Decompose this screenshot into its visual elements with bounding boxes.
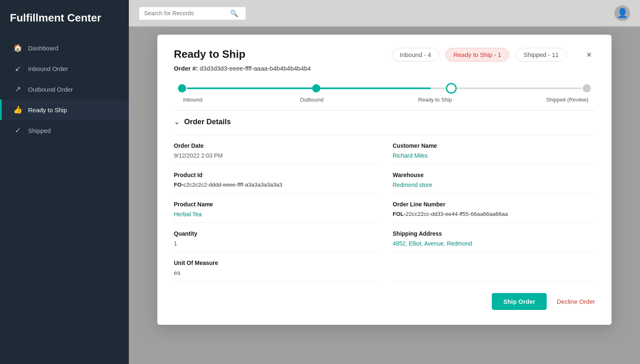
sidebar-label-outbound-order: Outbound Order [28,86,73,93]
sidebar-label-inbound-order: Inbound Order [28,65,68,72]
order-line-label: Order Line Number [393,201,595,208]
order-value: d3d3d3d3-eeee-ffff-aaaa-b4b4b4b4b4b4 [200,65,311,72]
order-date-block: Order Date 9/12/2022 2:03 PM [174,135,376,164]
product-name-block: Product Name Herbal Tea [174,194,376,223]
home-icon: 🏠 [13,43,22,52]
progress-step-inbound [178,84,186,92]
product-name-value: Herbal Tea [174,211,376,217]
sidebar-item-shipped[interactable]: ✓ Shipped [0,120,129,141]
order-label: Order #: [174,65,198,72]
unit-of-measure-label: Unit Of Measure [174,260,376,266]
progress-step-shipped-review [583,84,591,92]
sidebar: Fulfillment Center 🏠 Dashboard ↙ Inbound… [0,0,129,364]
quantity-block: Quantity 1 [174,223,376,252]
chevron-down-icon[interactable]: ⌄ [174,117,180,126]
step-dot-shipped-review [583,84,591,92]
unit-of-measure-block: Unit Of Measure ea [174,252,376,281]
main-area: 🔍 👤 Ready to Ship Inbound - 4 Ready to S… [129,0,640,364]
details-grid: Order Date 9/12/2022 2:03 PM Customer Na… [174,135,595,281]
warehouse-block: Warehouse Redmond store [393,164,595,194]
search-icon: 🔍 [230,9,238,17]
order-line-value: FOL-22cc22cc-dd33-ee44-ff55-66aa66aa66aa [393,211,595,217]
sidebar-item-inbound-order[interactable]: ↙ Inbound Order [0,58,129,79]
avatar: 👤 [614,5,630,21]
step-label-ready-to-ship: Ready to Ship [418,97,452,103]
inbound-icon: ↙ [13,64,22,73]
product-id-value: FO-c2c2c2c2-dddd-eeee-ffff-a3a3a3a3a3a3 [174,182,376,188]
order-date-value: 9/12/2022 2:03 PM [174,152,376,159]
step-dot-outbound [312,84,320,92]
order-line-number: 22cc22cc-dd33-ee44-ff55-66aa66aa66aa [406,211,508,217]
sidebar-item-outbound-order[interactable]: ↗ Outbound Order [0,79,129,99]
badge-inbound[interactable]: Inbound - 4 [392,48,439,61]
sidebar-label-shipped: Shipped [28,127,51,134]
order-date-label: Order Date [174,142,376,149]
order-line-block: Order Line Number FOL-22cc22cc-dd33-ee44… [393,194,595,223]
ready-to-ship-icon: 👍 [13,105,22,114]
sidebar-nav: 🏠 Dashboard ↙ Inbound Order ↗ Outbound O… [0,38,129,141]
modal-close-button[interactable]: × [583,49,595,61]
step-label-outbound: Outbound [299,97,324,103]
shipping-address-block: Shipping Address 4852, Elliot, Avenue, R… [393,223,595,252]
shipped-icon: ✓ [13,126,22,135]
section-title: Order Details [184,118,231,126]
badge-shipped[interactable]: Shipped - 11 [516,48,567,61]
modal-badges: Inbound - 4 Ready to Ship - 1 Shipped - … [392,48,567,61]
search-box[interactable]: 🔍 [139,7,246,20]
shipping-address-value: 4852, Elliot, Avenue, Redmond [393,240,595,247]
product-id-label: Product Id [174,172,376,178]
decline-order-button[interactable]: Decline Order [557,298,595,305]
order-details-header: ⌄ Order Details [174,110,595,126]
topbar: 🔍 👤 [129,0,640,26]
quantity-label: Quantity [174,230,376,237]
sidebar-item-dashboard[interactable]: 🏠 Dashboard [0,38,129,58]
badge-ready-to-ship[interactable]: Ready to Ship - 1 [446,48,509,61]
modal-backdrop: Ready to Ship Inbound - 4 Ready to Ship … [129,26,640,364]
modal: Ready to Ship Inbound - 4 Ready to Ship … [157,35,612,325]
step-label-inbound: Inbound [180,97,205,103]
modal-header: Ready to Ship Inbound - 4 Ready to Ship … [174,48,595,61]
step-dot-ready-to-ship [446,83,457,94]
product-id-prefix: FO- [174,182,183,188]
customer-name-label: Customer Name [393,142,595,149]
empty-block [393,252,595,281]
product-id-block: Product Id FO-c2c2c2c2-dddd-eeee-ffff-a3… [174,164,376,194]
progress-labels: Inbound Outbound Ready to Ship Shipped (… [178,97,591,103]
customer-name-block: Customer Name Richard Miles [393,135,595,164]
topbar-right: 👤 [614,5,630,21]
modal-footer: Ship Order Decline Order [174,293,595,310]
unit-of-measure-value: ea [174,269,376,276]
sidebar-label-dashboard: Dashboard [28,45,58,52]
sidebar-item-ready-to-ship[interactable]: 👍 Ready to Ship [0,99,129,120]
warehouse-label: Warehouse [393,172,595,178]
order-line-prefix: FOL- [393,211,406,217]
outbound-icon: ↗ [13,85,22,94]
step-dot-inbound [178,84,186,92]
step-label-shipped-review: Shipped (Review) [546,97,588,103]
progress-step-outbound [312,84,320,92]
product-id-number: c2c2c2c2-dddd-eeee-ffff-a3a3a3a3a3a3 [183,182,282,188]
quantity-value: 1 [174,240,376,247]
warehouse-value: Redmond store [393,182,595,188]
shipping-address-label: Shipping Address [393,230,595,237]
progress-step-ready-to-ship [446,83,457,94]
ship-order-button[interactable]: Ship Order [492,293,547,310]
product-name-label: Product Name [174,201,376,208]
modal-title: Ready to Ship [174,48,245,61]
search-input[interactable] [144,10,227,17]
order-number-row: Order #: d3d3d3d3-eeee-ffff-aaaa-b4b4b4b… [174,65,595,72]
sidebar-label-ready-to-ship: Ready to Ship [28,106,67,113]
customer-name-value: Richard Miles [393,152,595,159]
app-title: Fulfillment Center [0,0,129,38]
